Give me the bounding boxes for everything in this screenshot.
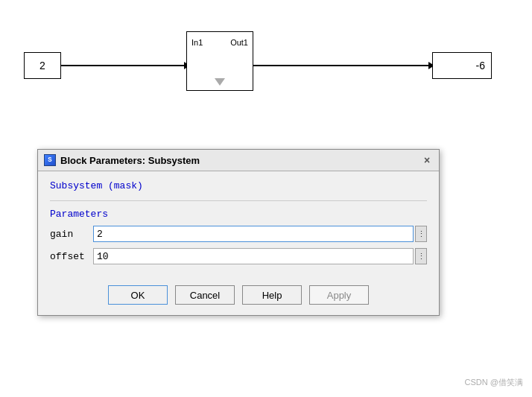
dialog-footer: OK Cancel Help Apply bbox=[38, 279, 439, 315]
param-label-offset: offset bbox=[50, 251, 87, 262]
block-parameters-dialog: S Block Parameters: Subsystem × Subsyste… bbox=[37, 149, 440, 316]
dialog-close-button[interactable]: × bbox=[421, 154, 433, 166]
block-subsystem: In1 Out1 bbox=[186, 31, 253, 91]
simulink-canvas: 2 In1 Out1 -6 bbox=[0, 0, 532, 149]
subsystem-ports: In1 Out1 bbox=[187, 32, 253, 78]
param-input-gain[interactable] bbox=[93, 226, 414, 242]
constant-value: 2 bbox=[39, 60, 45, 72]
dialog-title: Block Parameters: Subsystem bbox=[60, 155, 200, 166]
cancel-button[interactable]: Cancel bbox=[175, 285, 235, 305]
dialog-title-content: S Block Parameters: Subsystem bbox=[44, 154, 200, 166]
dialog-subtitle: Subsystem (mask) bbox=[50, 180, 427, 191]
param-menu-gain[interactable]: ⋮ bbox=[415, 226, 427, 242]
dialog-body: Subsystem (mask) Parameters gain ⋮ offse… bbox=[38, 171, 439, 279]
watermark: CSDN @借笑满 bbox=[465, 377, 523, 388]
dialog-icon: S bbox=[44, 154, 56, 166]
divider bbox=[50, 200, 427, 201]
block-output: -6 bbox=[432, 52, 492, 79]
apply-button[interactable]: Apply bbox=[309, 285, 369, 305]
param-input-wrapper-gain: ⋮ bbox=[93, 226, 427, 242]
param-input-wrapper-offset: ⋮ bbox=[93, 248, 427, 264]
subsystem-bottom bbox=[187, 78, 253, 90]
dialog-titlebar: S Block Parameters: Subsystem × bbox=[38, 150, 439, 171]
out-port-label: Out1 bbox=[230, 38, 248, 78]
param-row-gain: gain ⋮ bbox=[50, 226, 427, 242]
param-menu-offset[interactable]: ⋮ bbox=[415, 248, 427, 264]
subsystem-down-arrow bbox=[215, 78, 225, 86]
params-section-label: Parameters bbox=[50, 209, 427, 220]
in-port-label: In1 bbox=[191, 38, 203, 78]
param-row-offset: offset ⋮ bbox=[50, 248, 427, 264]
help-button[interactable]: Help bbox=[242, 285, 302, 305]
output-value: -6 bbox=[476, 60, 485, 72]
param-label-gain: gain bbox=[50, 229, 87, 240]
ok-button[interactable]: OK bbox=[108, 285, 168, 305]
block-constant: 2 bbox=[24, 52, 61, 79]
param-input-offset[interactable] bbox=[93, 248, 414, 264]
line-subsystem-to-output bbox=[253, 65, 431, 66]
line-constant-to-subsystem bbox=[61, 65, 186, 66]
